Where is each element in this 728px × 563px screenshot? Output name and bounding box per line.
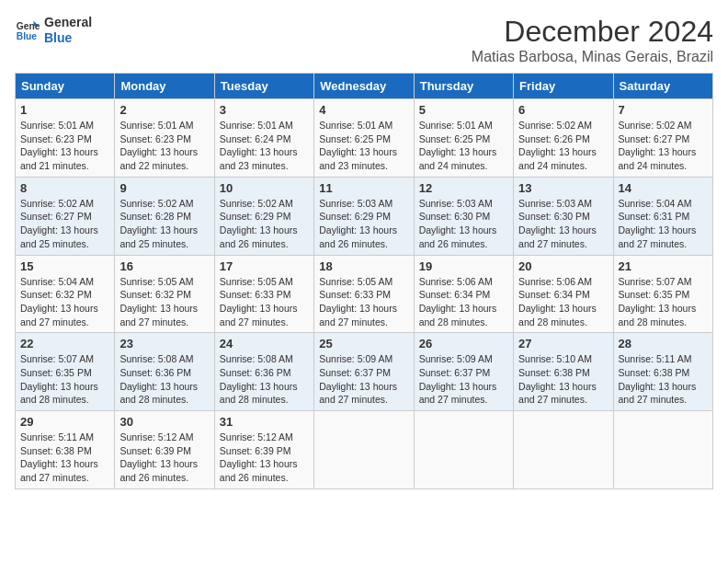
- logo-line1: General: [44, 15, 92, 30]
- day-info: Sunrise: 5:01 AM Sunset: 6:25 PM Dayligh…: [319, 119, 408, 173]
- day-number: 17: [220, 259, 309, 273]
- day-number: 6: [518, 103, 608, 117]
- day-info: Sunrise: 5:05 AM Sunset: 6:32 PM Dayligh…: [119, 275, 209, 329]
- day-cell: 18Sunrise: 5:05 AM Sunset: 6:33 PM Dayli…: [314, 255, 414, 333]
- day-number: 12: [419, 181, 508, 195]
- day-info: Sunrise: 5:04 AM Sunset: 6:31 PM Dayligh…: [619, 197, 708, 251]
- calendar-table: SundayMondayTuesdayWednesdayThursdayFrid…: [15, 73, 713, 489]
- day-number: 16: [119, 259, 209, 273]
- day-info: Sunrise: 5:06 AM Sunset: 6:34 PM Dayligh…: [518, 275, 608, 329]
- day-number: 18: [319, 259, 408, 273]
- day-info: Sunrise: 5:02 AM Sunset: 6:28 PM Dayligh…: [119, 197, 209, 251]
- logo: General Blue General Blue: [15, 15, 92, 46]
- day-info: Sunrise: 5:09 AM Sunset: 6:37 PM Dayligh…: [419, 352, 508, 407]
- day-cell: 19Sunrise: 5:06 AM Sunset: 6:34 PM Dayli…: [414, 255, 513, 333]
- day-number: 13: [518, 181, 608, 195]
- day-number: 29: [20, 415, 109, 429]
- day-cell: 21Sunrise: 5:07 AM Sunset: 6:35 PM Dayli…: [613, 255, 712, 333]
- week-row-1: 1Sunrise: 5:01 AM Sunset: 6:23 PM Daylig…: [16, 99, 713, 178]
- day-cell: 22Sunrise: 5:07 AM Sunset: 6:35 PM Dayli…: [16, 333, 115, 411]
- day-number: 26: [419, 337, 508, 350]
- day-info: Sunrise: 5:11 AM Sunset: 6:38 PM Dayligh…: [619, 352, 708, 407]
- day-number: 14: [619, 181, 708, 195]
- day-number: 7: [619, 103, 708, 117]
- day-info: Sunrise: 5:03 AM Sunset: 6:30 PM Dayligh…: [518, 197, 608, 251]
- day-number: 19: [419, 259, 508, 273]
- day-cell: 10Sunrise: 5:02 AM Sunset: 6:29 PM Dayli…: [214, 177, 313, 255]
- day-cell: 9Sunrise: 5:02 AM Sunset: 6:28 PM Daylig…: [115, 177, 214, 255]
- day-info: Sunrise: 5:05 AM Sunset: 6:33 PM Dayligh…: [319, 275, 408, 329]
- week-row-4: 22Sunrise: 5:07 AM Sunset: 6:35 PM Dayli…: [16, 333, 713, 411]
- day-info: Sunrise: 5:06 AM Sunset: 6:34 PM Dayligh…: [419, 275, 508, 329]
- day-cell: 14Sunrise: 5:04 AM Sunset: 6:31 PM Dayli…: [613, 177, 712, 255]
- location-title: Matias Barbosa, Minas Gerais, Brazil: [472, 49, 713, 65]
- svg-text:General: General: [17, 21, 40, 31]
- day-info: Sunrise: 5:12 AM Sunset: 6:39 PM Dayligh…: [220, 431, 309, 485]
- day-cell: 31Sunrise: 5:12 AM Sunset: 6:39 PM Dayli…: [214, 411, 313, 489]
- day-cell: 20Sunrise: 5:06 AM Sunset: 6:34 PM Dayli…: [514, 255, 613, 333]
- day-number: 27: [518, 337, 608, 350]
- day-cell: 11Sunrise: 5:03 AM Sunset: 6:29 PM Dayli…: [314, 177, 414, 255]
- week-row-3: 15Sunrise: 5:04 AM Sunset: 6:32 PM Dayli…: [16, 255, 713, 333]
- day-number: 4: [319, 103, 408, 117]
- day-info: Sunrise: 5:02 AM Sunset: 6:27 PM Dayligh…: [20, 197, 109, 251]
- col-header-friday: Friday: [514, 74, 613, 99]
- day-cell: 6Sunrise: 5:02 AM Sunset: 6:26 PM Daylig…: [514, 99, 613, 178]
- day-info: Sunrise: 5:01 AM Sunset: 6:23 PM Dayligh…: [20, 119, 109, 173]
- day-number: 23: [119, 337, 209, 350]
- col-header-monday: Monday: [115, 74, 214, 99]
- day-number: 24: [220, 337, 309, 350]
- day-number: 28: [619, 337, 708, 350]
- day-number: 9: [119, 181, 209, 195]
- day-cell: 27Sunrise: 5:10 AM Sunset: 6:38 PM Dayli…: [514, 333, 613, 411]
- title-section: December 2024 Matias Barbosa, Minas Gera…: [472, 15, 713, 65]
- day-info: Sunrise: 5:10 AM Sunset: 6:38 PM Dayligh…: [518, 352, 608, 407]
- day-cell: 3Sunrise: 5:01 AM Sunset: 6:24 PM Daylig…: [214, 99, 313, 178]
- logo-icon: General Blue: [15, 17, 40, 43]
- day-number: 22: [20, 337, 109, 350]
- day-cell: 28Sunrise: 5:11 AM Sunset: 6:38 PM Dayli…: [613, 333, 712, 411]
- day-info: Sunrise: 5:01 AM Sunset: 6:23 PM Dayligh…: [119, 119, 209, 173]
- day-number: 21: [619, 259, 708, 273]
- day-cell: 2Sunrise: 5:01 AM Sunset: 6:23 PM Daylig…: [115, 99, 214, 178]
- day-info: Sunrise: 5:01 AM Sunset: 6:25 PM Dayligh…: [419, 119, 508, 173]
- day-info: Sunrise: 5:08 AM Sunset: 6:36 PM Dayligh…: [220, 352, 309, 407]
- day-info: Sunrise: 5:03 AM Sunset: 6:30 PM Dayligh…: [419, 197, 508, 251]
- day-cell: 1Sunrise: 5:01 AM Sunset: 6:23 PM Daylig…: [16, 99, 115, 178]
- header: General Blue General Blue December 2024 …: [15, 15, 713, 65]
- day-cell: 16Sunrise: 5:05 AM Sunset: 6:32 PM Dayli…: [115, 255, 214, 333]
- logo-line2: Blue: [44, 30, 92, 46]
- day-cell: [414, 411, 513, 489]
- month-title: December 2024: [472, 15, 713, 49]
- day-number: 10: [220, 181, 309, 195]
- day-cell: 7Sunrise: 5:02 AM Sunset: 6:27 PM Daylig…: [613, 99, 712, 178]
- day-cell: 26Sunrise: 5:09 AM Sunset: 6:37 PM Dayli…: [414, 333, 513, 411]
- day-info: Sunrise: 5:02 AM Sunset: 6:26 PM Dayligh…: [518, 119, 608, 173]
- day-info: Sunrise: 5:09 AM Sunset: 6:37 PM Dayligh…: [319, 352, 408, 407]
- day-number: 5: [419, 103, 508, 117]
- day-cell: 17Sunrise: 5:05 AM Sunset: 6:33 PM Dayli…: [214, 255, 313, 333]
- day-number: 8: [20, 181, 109, 195]
- day-cell: 15Sunrise: 5:04 AM Sunset: 6:32 PM Dayli…: [16, 255, 115, 333]
- day-cell: 4Sunrise: 5:01 AM Sunset: 6:25 PM Daylig…: [314, 99, 414, 178]
- day-cell: 5Sunrise: 5:01 AM Sunset: 6:25 PM Daylig…: [414, 99, 513, 178]
- day-number: 1: [20, 103, 109, 117]
- day-info: Sunrise: 5:02 AM Sunset: 6:27 PM Dayligh…: [619, 119, 708, 173]
- header-row: SundayMondayTuesdayWednesdayThursdayFrid…: [16, 74, 713, 99]
- svg-text:Blue: Blue: [17, 31, 38, 41]
- col-header-saturday: Saturday: [613, 74, 712, 99]
- day-cell: 25Sunrise: 5:09 AM Sunset: 6:37 PM Dayli…: [314, 333, 414, 411]
- day-number: 3: [220, 103, 309, 117]
- day-cell: 29Sunrise: 5:11 AM Sunset: 6:38 PM Dayli…: [16, 411, 115, 489]
- day-info: Sunrise: 5:11 AM Sunset: 6:38 PM Dayligh…: [20, 431, 109, 485]
- day-info: Sunrise: 5:05 AM Sunset: 6:33 PM Dayligh…: [220, 275, 309, 329]
- day-cell: 13Sunrise: 5:03 AM Sunset: 6:30 PM Dayli…: [514, 177, 613, 255]
- day-cell: 30Sunrise: 5:12 AM Sunset: 6:39 PM Dayli…: [115, 411, 214, 489]
- day-number: 31: [220, 415, 309, 429]
- week-row-5: 29Sunrise: 5:11 AM Sunset: 6:38 PM Dayli…: [16, 411, 713, 489]
- day-cell: [613, 411, 712, 489]
- col-header-wednesday: Wednesday: [314, 74, 414, 99]
- day-info: Sunrise: 5:03 AM Sunset: 6:29 PM Dayligh…: [319, 197, 408, 251]
- day-number: 11: [319, 181, 408, 195]
- day-number: 30: [119, 415, 209, 429]
